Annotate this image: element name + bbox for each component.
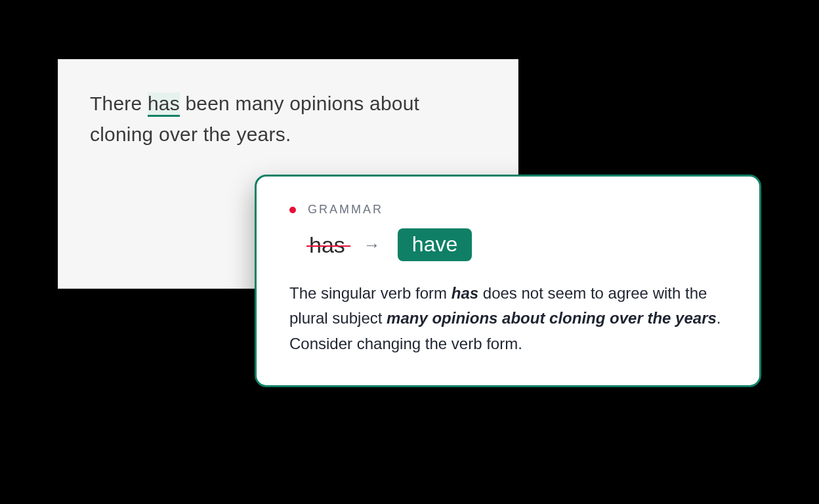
replacement-row: has → have (308, 228, 726, 261)
sentence-pre: There (90, 93, 148, 114)
explanation-bold: has (452, 284, 478, 302)
explanation-bold: many opinions about cloning over the yea… (387, 309, 717, 327)
original-word: has (308, 232, 346, 258)
explanation-text: The singular verb form has does not seem… (289, 281, 726, 356)
explanation-part: The singular verb form (289, 284, 452, 302)
editor-sentence: There has been many opinions about cloni… (90, 89, 486, 150)
arrow-right-icon: → (364, 235, 381, 255)
category-label: GRAMMAR (308, 203, 383, 217)
grammar-popover: GRAMMAR has → have The singular verb for… (255, 175, 761, 387)
suggestion-button[interactable]: have (398, 228, 472, 261)
flagged-word[interactable]: has (148, 93, 180, 117)
severity-dot-icon (289, 207, 296, 213)
popover-header: GRAMMAR (289, 203, 726, 217)
